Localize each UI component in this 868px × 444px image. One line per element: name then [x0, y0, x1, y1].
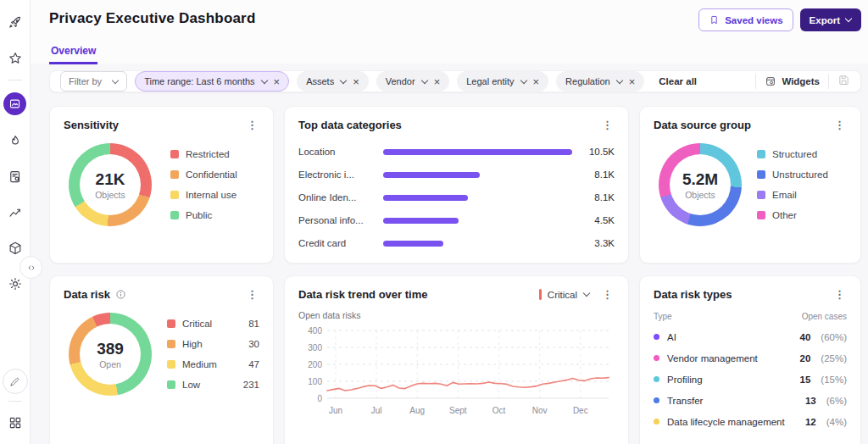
legend-label: Public: [186, 210, 212, 220]
apps-grid-icon[interactable]: [6, 413, 25, 432]
info-icon[interactable]: [115, 289, 126, 300]
bar-fill: [383, 172, 480, 178]
bar[interactable]: [383, 218, 572, 224]
chip-remove-icon[interactable]: ×: [533, 76, 540, 87]
filter-chip-legal-entity[interactable]: Legal entity×: [457, 71, 548, 92]
data-source-legend: StructuredUnstructuredEmailOther: [757, 149, 847, 220]
data-risk-legend: Critical81High30Medium47Low231: [167, 319, 259, 390]
filter-chip-assets[interactable]: Assets×: [297, 71, 369, 92]
y-axis-label: Open data risks: [298, 310, 615, 320]
data-source-donut-chart[interactable]: 5.2M Objects: [659, 143, 742, 226]
kebab-menu-icon[interactable]: ⋮: [832, 119, 847, 130]
widgets-icon: [765, 75, 776, 87]
chip-remove-icon[interactable]: ×: [353, 76, 359, 87]
card-data-risk: Data risk ⋮ 389 Open Critical81High30Med…: [49, 275, 274, 444]
bar-value: 4.5K: [582, 215, 615, 225]
chip-remove-icon[interactable]: ×: [629, 76, 636, 87]
type-row[interactable]: Profiling15(15%): [654, 369, 847, 390]
chevron-down-icon: [260, 76, 267, 83]
filter-chip-time-range-last-6-months[interactable]: Time range: Last 6 months×: [135, 71, 289, 92]
types-table: AI40(60%)Vendor management20(25%)Profili…: [654, 326, 847, 432]
type-share: (60%): [821, 332, 847, 342]
rocket-icon[interactable]: [6, 14, 25, 32]
kebab-menu-icon[interactable]: ⋮: [600, 119, 615, 130]
chevron-down-icon: [845, 15, 852, 22]
save-icon[interactable]: [837, 74, 850, 90]
type-row[interactable]: Transfer13(6%): [654, 390, 847, 411]
bar-value: 8.1K: [582, 192, 615, 203]
chip-remove-icon[interactable]: ×: [274, 76, 281, 87]
type-share: (25%): [821, 353, 847, 364]
tab-overview[interactable]: Overview: [49, 45, 97, 64]
kebab-menu-icon[interactable]: ⋮: [832, 289, 847, 300]
bar[interactable]: [383, 241, 572, 247]
dashboard-icon[interactable]: [3, 92, 26, 115]
filter-chips: Time range: Last 6 months×Assets×Vendor×…: [135, 71, 644, 92]
sidebar-collapse-button[interactable]: [19, 256, 42, 279]
legend-label: Confidential: [186, 169, 237, 180]
type-row[interactable]: Vendor management20(25%): [654, 347, 847, 369]
clear-all-button[interactable]: Clear all: [659, 76, 697, 86]
bar[interactable]: [383, 195, 572, 201]
sidebar: [0, 0, 31, 444]
data-risk-donut-chart[interactable]: 389 Open: [69, 313, 152, 396]
divider: [828, 74, 829, 89]
pencil-icon[interactable]: [3, 369, 28, 394]
trend-icon[interactable]: [6, 203, 25, 222]
filter-by-dropdown[interactable]: Filter by: [60, 71, 127, 92]
filter-chip-vendor[interactable]: Vendor×: [376, 71, 449, 92]
severity-selector[interactable]: Critical: [539, 289, 590, 300]
privacy-dashboard-page: Privacy Executive Dashboard Saved views …: [0, 0, 868, 444]
legend-label: Medium: [182, 359, 217, 369]
card-title: Data source group: [654, 119, 751, 131]
trend-line-chart[interactable]: JunJulAugSeptOctNovDec0100200300400: [298, 322, 615, 425]
type-row[interactable]: AI40(60%): [654, 326, 847, 347]
donut-value: 21K: [96, 170, 125, 189]
type-row[interactable]: Data lifecycle management12(4%): [654, 411, 847, 432]
cube-icon[interactable]: [6, 239, 25, 258]
type-label: Profiling: [667, 375, 703, 385]
type-value: 15: [800, 375, 811, 385]
star-icon[interactable]: [6, 49, 25, 68]
chip-remove-icon[interactable]: ×: [434, 76, 441, 87]
svg-text:Jun: Jun: [329, 406, 342, 415]
flame-icon[interactable]: [6, 132, 25, 151]
svg-text:0: 0: [317, 394, 322, 403]
legend-item: Other: [757, 210, 847, 220]
svg-text:Oct: Oct: [492, 406, 506, 415]
page-title: Privacy Executive Dashboard: [49, 8, 256, 27]
legend-swatch: [170, 150, 179, 158]
sidebar-divider: [8, 401, 22, 402]
card-title: Sensitivity: [64, 119, 119, 131]
saved-views-button[interactable]: Saved views: [698, 8, 793, 31]
bar[interactable]: [383, 149, 572, 155]
report-search-icon[interactable]: [6, 168, 25, 186]
type-value: 12: [805, 417, 816, 427]
kebab-menu-icon[interactable]: ⋮: [600, 289, 615, 300]
column-open-cases: Open cases: [802, 312, 847, 321]
chevron-down-icon: [420, 76, 427, 83]
legend-label: Structured: [772, 149, 817, 159]
divider: [755, 74, 756, 89]
legend-swatch: [170, 170, 179, 179]
type-label: Transfer: [667, 396, 703, 406]
bar[interactable]: [383, 172, 572, 178]
export-button[interactable]: Export: [800, 8, 861, 31]
filter-bar: Filter by Time range: Last 6 months×Asse…: [49, 70, 861, 92]
kebab-menu-icon[interactable]: ⋮: [245, 119, 259, 130]
card-data-risk-types: Data risk types ⋮ Type Open cases AI40(6…: [639, 275, 861, 444]
gear-icon[interactable]: [6, 275, 25, 293]
sensitivity-donut-chart[interactable]: 21K Objects: [69, 143, 152, 226]
widgets-button[interactable]: Widgets: [765, 75, 820, 87]
type-dot: [654, 376, 659, 382]
card-title: Data risk trend over time: [298, 288, 427, 301]
legend-label: Restricted: [186, 149, 230, 159]
svg-text:Nov: Nov: [532, 406, 548, 415]
svg-text:Sept: Sept: [449, 406, 467, 415]
filter-chip-regulation[interactable]: Regulation×: [556, 71, 644, 92]
card-title: Data risk types: [654, 288, 732, 301]
kebab-menu-icon[interactable]: ⋮: [245, 289, 259, 300]
chevron-down-icon: [112, 76, 119, 83]
legend-label: Other: [772, 210, 797, 220]
legend-value: 81: [248, 319, 259, 329]
